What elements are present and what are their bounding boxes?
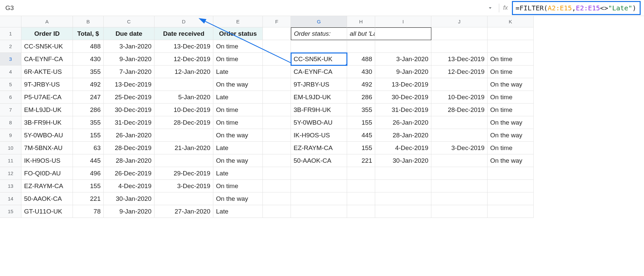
- cell-G9[interactable]: IK-H9OS-US: [291, 129, 347, 142]
- cell-E8[interactable]: On time: [213, 116, 263, 129]
- cell-K12[interactable]: [488, 167, 534, 180]
- cell-I3[interactable]: 3-Jan-2020: [375, 53, 431, 65]
- col-header-H[interactable]: H: [347, 16, 375, 27]
- cell-I12[interactable]: [375, 167, 431, 180]
- row-header-1[interactable]: 1: [0, 27, 21, 40]
- cell-J5[interactable]: [431, 78, 488, 91]
- cell-G4[interactable]: CA-EYNF-CA: [291, 65, 347, 78]
- name-box-dropdown-icon[interactable]: [488, 4, 492, 12]
- cell-H10[interactable]: 155: [347, 142, 375, 154]
- cell-F2[interactable]: [263, 40, 291, 53]
- cell-B4[interactable]: 355: [73, 65, 104, 78]
- cell-G3[interactable]: CC-SN5K-UK: [291, 53, 347, 65]
- cell-A8[interactable]: 3B-FR9H-UK: [21, 116, 73, 129]
- cell-G7[interactable]: 3B-FR9H-UK: [291, 104, 347, 116]
- cell-A14[interactable]: 50-AAOK-CA: [21, 192, 73, 205]
- cell-D10[interactable]: 21-Jan-2020: [154, 142, 213, 154]
- cell-A11[interactable]: IK-H9OS-US: [21, 154, 73, 167]
- col-header-A[interactable]: A: [21, 16, 73, 27]
- cell-K13[interactable]: [488, 180, 534, 192]
- cell-C15[interactable]: 9-Jan-2020: [104, 205, 154, 218]
- row-header-4[interactable]: 4: [0, 65, 21, 78]
- cell-A3[interactable]: CA-EYNF-CA: [21, 53, 73, 65]
- cell-E11[interactable]: On the way: [213, 154, 263, 167]
- cell-B3[interactable]: 430: [73, 53, 104, 65]
- cell-B15[interactable]: 78: [73, 205, 104, 218]
- cell-K5[interactable]: On the way: [488, 78, 534, 91]
- cell-H9[interactable]: 445: [347, 129, 375, 142]
- cell-G5[interactable]: 9T-JRBY-US: [291, 78, 347, 91]
- cell-I10[interactable]: 4-Dec-2019: [375, 142, 431, 154]
- cell-A4[interactable]: 6R-AKTE-US: [21, 65, 73, 78]
- cell-G14[interactable]: [291, 192, 347, 205]
- cell-K7[interactable]: On time: [488, 104, 534, 116]
- row-header-6[interactable]: 6: [0, 91, 21, 104]
- cell-H11[interactable]: 221: [347, 154, 375, 167]
- cell-E15[interactable]: Late: [213, 205, 263, 218]
- cell-D7[interactable]: 10-Dec-2019: [154, 104, 213, 116]
- cell-I15[interactable]: [375, 205, 431, 218]
- cell-D2[interactable]: 13-Dec-2019: [154, 40, 213, 53]
- cell-C11[interactable]: 28-Jan-2020: [104, 154, 154, 167]
- row-header-11[interactable]: 11: [0, 154, 21, 167]
- cell-F1[interactable]: [263, 27, 291, 40]
- cell-H3[interactable]: 488: [347, 53, 375, 65]
- cell-J1[interactable]: [431, 27, 488, 40]
- cell-B12[interactable]: 496: [73, 167, 104, 180]
- cell-E10[interactable]: Late: [213, 142, 263, 154]
- col-header-D[interactable]: D: [154, 16, 213, 27]
- col-header-K[interactable]: K: [488, 16, 534, 27]
- cell-H15[interactable]: [347, 205, 375, 218]
- cell-D13[interactable]: 3-Dec-2019: [154, 180, 213, 192]
- cell-G10[interactable]: EZ-RAYM-CA: [291, 142, 347, 154]
- formula-input[interactable]: =FILTER(A2:E15,E2:E15<>"Late"): [512, 1, 641, 15]
- cell-C7[interactable]: 30-Dec-2019: [104, 104, 154, 116]
- cell-B6[interactable]: 247: [73, 91, 104, 104]
- cell-B11[interactable]: 445: [73, 154, 104, 167]
- cell-I13[interactable]: [375, 180, 431, 192]
- cell-F14[interactable]: [263, 192, 291, 205]
- cell-G6[interactable]: EM-L9JD-UK: [291, 91, 347, 104]
- cell-I4[interactable]: 9-Jan-2020: [375, 65, 431, 78]
- cell-G11[interactable]: 50-AAOK-CA: [291, 154, 347, 167]
- row-header-13[interactable]: 13: [0, 180, 21, 192]
- cell-G2[interactable]: [291, 40, 347, 53]
- cell-H2[interactable]: [347, 40, 375, 53]
- cell-J4[interactable]: 12-Dec-2019: [431, 65, 488, 78]
- cell-D4[interactable]: 12-Jan-2020: [154, 65, 213, 78]
- cell-J7[interactable]: 28-Dec-2019: [431, 104, 488, 116]
- row-header-10[interactable]: 10: [0, 142, 21, 154]
- cell-F4[interactable]: [263, 65, 291, 78]
- cell-B5[interactable]: 492: [73, 78, 104, 91]
- cell-C8[interactable]: 31-Dec-2019: [104, 116, 154, 129]
- cell-H7[interactable]: 355: [347, 104, 375, 116]
- cell-C9[interactable]: 26-Jan-2020: [104, 129, 154, 142]
- cell-A10[interactable]: 7M-5BNX-AU: [21, 142, 73, 154]
- cell-J8[interactable]: [431, 116, 488, 129]
- row-header-9[interactable]: 9: [0, 129, 21, 142]
- col-header-F[interactable]: F: [263, 16, 291, 27]
- cell-K3[interactable]: On time: [488, 53, 534, 65]
- cell-C5[interactable]: 13-Dec-2019: [104, 78, 154, 91]
- cell-D14[interactable]: [154, 192, 213, 205]
- cell-J13[interactable]: [431, 180, 488, 192]
- cell-I2[interactable]: [375, 40, 431, 53]
- cell-E9[interactable]: On the way: [213, 129, 263, 142]
- cell-D8[interactable]: 28-Dec-2019: [154, 116, 213, 129]
- cell-G12[interactable]: [291, 167, 347, 180]
- cell-C14[interactable]: 30-Jan-2020: [104, 192, 154, 205]
- row-header-3[interactable]: 3: [0, 53, 21, 65]
- cell-J6[interactable]: 10-Dec-2019: [431, 91, 488, 104]
- cell-K4[interactable]: On time: [488, 65, 534, 78]
- row-header-14[interactable]: 14: [0, 192, 21, 205]
- cell-K14[interactable]: [488, 192, 534, 205]
- col-header-C[interactable]: C: [104, 16, 154, 27]
- cell-I7[interactable]: 31-Dec-2019: [375, 104, 431, 116]
- cell-F13[interactable]: [263, 180, 291, 192]
- cell-A12[interactable]: FO-QI0D-AU: [21, 167, 73, 180]
- cell-J12[interactable]: [431, 167, 488, 180]
- cell-G1[interactable]: Order status:: [291, 27, 347, 40]
- cell-F12[interactable]: [263, 167, 291, 180]
- cell-A1[interactable]: Order ID: [21, 27, 73, 40]
- cell-A2[interactable]: CC-SN5K-UK: [21, 40, 73, 53]
